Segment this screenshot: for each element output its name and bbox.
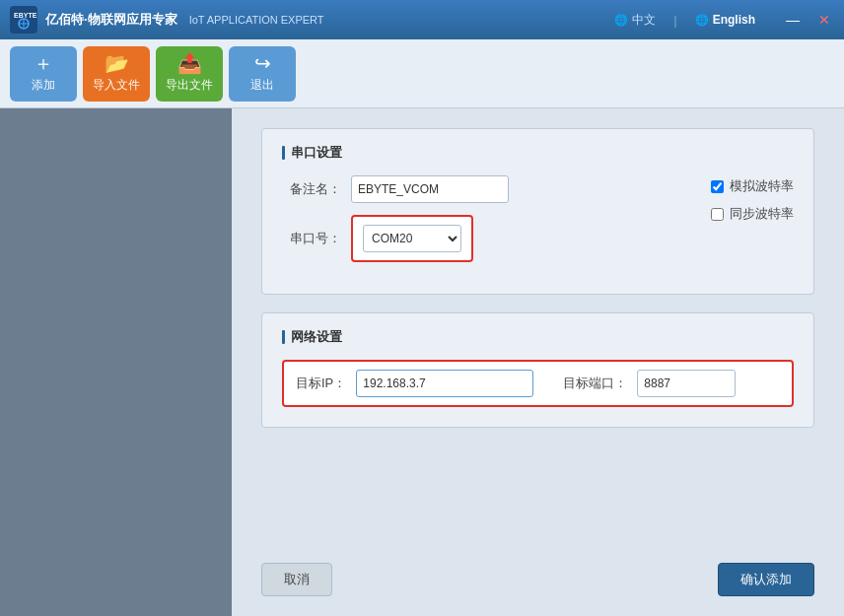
port-row: 串口号： COM20 COM1 COM2 COM3 (282, 215, 681, 262)
serial-left-col: 备注名： 串口号： COM20 COM1 COM2 COM3 (282, 175, 681, 274)
port-highlight-box: COM20 COM1 COM2 COM3 (351, 215, 473, 262)
lang-en-label: English (713, 13, 755, 27)
simulate-baud-label: 模拟波特率 (730, 177, 794, 195)
serial-right-col: 模拟波特率 同步波特率 (711, 175, 794, 223)
alias-row: 备注名： (282, 175, 681, 203)
globe-cn-icon: 🌐 (614, 14, 628, 27)
sync-baud-checkbox[interactable] (711, 208, 724, 221)
sync-baud-label: 同步波特率 (730, 205, 794, 223)
target-port-label: 目标端口： (563, 375, 627, 392)
exit-icon: ↪ (254, 53, 271, 73)
close-button[interactable]: ✕ (814, 12, 834, 28)
export-button[interactable]: 📤 导出文件 (156, 46, 223, 102)
add-label: 添加 (32, 77, 55, 94)
svg-text:EBYTE: EBYTE (14, 12, 37, 19)
export-icon: 📤 (177, 53, 202, 73)
port-label: 串口号： (282, 230, 341, 247)
network-section-title: 网络设置 (282, 328, 794, 346)
lang-en-button[interactable]: 🌐 English (689, 11, 761, 29)
import-button[interactable]: 📂 导入文件 (83, 46, 150, 102)
import-label: 导入文件 (93, 77, 140, 94)
app-subtitle: IoT APPLICATION EXPERT (189, 14, 324, 26)
import-icon: 📂 (105, 53, 129, 73)
serial-section: 串口设置 备注名： 串口号： COM20 COM1 (261, 128, 814, 295)
exit-button[interactable]: ↪ 退出 (229, 46, 296, 102)
export-label: 导出文件 (166, 77, 213, 94)
target-ip-label: 目标IP： (296, 375, 346, 392)
lang-cn-button[interactable]: 🌐 中文 (608, 10, 662, 31)
serial-section-title: 串口设置 (282, 144, 794, 162)
cancel-button[interactable]: 取消 (261, 563, 332, 596)
sidebar (0, 108, 232, 616)
minimize-button[interactable]: — (783, 12, 803, 28)
toolbar: ＋ 添加 📂 导入文件 📤 导出文件 ↪ 退出 (0, 39, 844, 108)
bottom-bar: 取消 确认添加 (261, 563, 814, 596)
network-highlight-box: 目标IP： 目标端口： (282, 360, 794, 407)
network-section: 网络设置 目标IP： 目标端口： (261, 312, 814, 428)
titlebar-right: 🌐 中文 | 🌐 English — ✕ (608, 10, 834, 31)
add-icon: ＋ (34, 53, 53, 73)
target-ip-input[interactable] (356, 370, 533, 397)
content-area: 串口设置 备注名： 串口号： COM20 COM1 (232, 108, 844, 616)
target-port-input[interactable] (637, 370, 736, 397)
simulate-baud-item: 模拟波特率 (711, 177, 794, 195)
ebyte-logo: EBYTE (10, 6, 37, 34)
exit-label: 退出 (250, 77, 274, 94)
port-select[interactable]: COM20 COM1 COM2 COM3 (363, 225, 461, 252)
alias-label: 备注名： (282, 180, 341, 198)
titlebar: EBYTE 亿佰特·物联网应用专家 IoT APPLICATION EXPERT… (0, 0, 844, 39)
confirm-button[interactable]: 确认添加 (718, 563, 814, 596)
lang-divider: | (673, 13, 676, 28)
alias-input[interactable] (351, 175, 509, 203)
lang-cn-label: 中文 (632, 12, 656, 29)
globe-en-icon: 🌐 (695, 14, 709, 27)
sync-baud-item: 同步波特率 (711, 205, 794, 223)
company-name: 亿佰特·物联网应用专家 (45, 11, 177, 29)
window-controls: — ✕ (783, 12, 834, 28)
simulate-baud-checkbox[interactable] (711, 180, 724, 193)
serial-form: 备注名： 串口号： COM20 COM1 COM2 COM3 (282, 175, 794, 274)
main-layout: 串口设置 备注名： 串口号： COM20 COM1 (0, 108, 844, 616)
add-button[interactable]: ＋ 添加 (10, 46, 77, 102)
titlebar-left: EBYTE 亿佰特·物联网应用专家 IoT APPLICATION EXPERT (10, 6, 324, 34)
